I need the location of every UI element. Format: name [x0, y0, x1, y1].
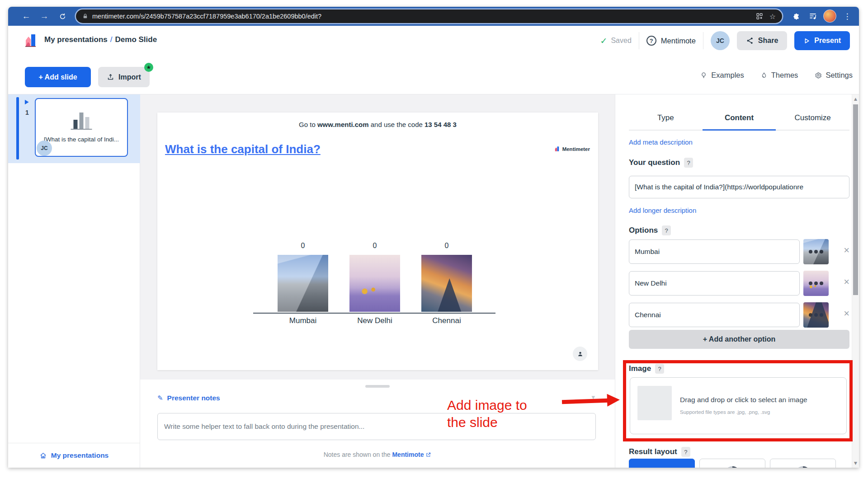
presenter-notes-input[interactable] [157, 413, 596, 440]
extensions-puzzle-icon[interactable] [790, 10, 802, 23]
presenter-notes-panel: ✎ Presenter notes ▾ Notes are shown on t… [140, 380, 615, 468]
slide-list-item-selected[interactable]: 1 [What is the capital of Indi... JC [8, 94, 140, 163]
saved-status: ✓ Saved [600, 36, 632, 46]
settings-label: Settings [826, 71, 853, 80]
help-circle-icon: ? [646, 36, 656, 46]
option-image-chennai[interactable] [803, 302, 829, 328]
themes-button[interactable]: Themes [760, 71, 798, 80]
image-help-icon[interactable]: ? [655, 364, 664, 374]
upload-icon [107, 73, 114, 81]
examples-button[interactable]: Examples [700, 71, 744, 80]
breadcrumb-root-link[interactable]: My presentations [44, 35, 108, 44]
image-label: Image ? [629, 364, 664, 374]
browser-window: ← → mentimeter.com/s/2459b757587a23ccf71… [8, 7, 859, 468]
mumbai-photo [278, 255, 328, 312]
option-input-new-delhi[interactable] [629, 271, 800, 296]
option-input-chennai[interactable] [629, 303, 800, 327]
slide-toolbar: + Add slide Import ★ Examples [8, 55, 859, 94]
tab-customize[interactable]: Customize [776, 106, 849, 131]
import-button[interactable]: Import ★ [98, 67, 150, 87]
collaborator-avatar: JC [37, 141, 52, 156]
slide-canvas: Go to www.menti.com and use the code 13 … [157, 113, 598, 370]
option-image-new-delhi[interactable] [803, 271, 829, 296]
lightbulb-icon [700, 71, 708, 80]
mentimeter-mini-logo-icon [555, 146, 560, 152]
participants-icon[interactable] [573, 347, 587, 361]
presenter-notes-label: Presenter notes [167, 394, 220, 402]
scrollbar-thumb[interactable] [853, 104, 858, 295]
back-icon[interactable]: ← [20, 10, 33, 23]
media-controls-icon[interactable] [807, 10, 819, 23]
bookmark-star-icon[interactable]: ☆ [769, 12, 776, 21]
bar-value: 0 [421, 242, 472, 253]
presenter-notes-header[interactable]: ✎ Presenter notes [157, 394, 220, 402]
examples-label: Examples [711, 71, 744, 80]
present-button[interactable]: Present [794, 31, 850, 50]
remove-option-icon[interactable]: × [844, 245, 849, 255]
browser-chrome: ← → mentimeter.com/s/2459b757587a23ccf71… [8, 7, 859, 26]
remove-option-icon[interactable]: × [844, 309, 849, 319]
annotation-text: Add image to the slide [447, 397, 527, 431]
present-label: Present [814, 37, 841, 45]
result-layout-help-icon[interactable]: ? [681, 447, 690, 457]
chart-axis-line [253, 313, 495, 314]
annotation-arrow [562, 393, 622, 409]
add-longer-description-link[interactable]: Add longer description [629, 206, 696, 214]
external-link-icon[interactable] [425, 452, 431, 458]
option-input-mumbai[interactable] [629, 239, 800, 264]
settings-button[interactable]: Settings [814, 71, 853, 80]
add-slide-button[interactable]: + Add slide [25, 67, 91, 87]
home-icon [39, 452, 47, 460]
slide-question-title[interactable]: What is the capital of India? [165, 142, 321, 156]
gear-icon [814, 71, 822, 79]
breadcrumb: My presentations/Demo Slide [44, 35, 157, 44]
address-bar[interactable]: mentimeter.com/s/2459b757587a23ccf718795… [76, 9, 782, 23]
option-image-mumbai[interactable] [803, 239, 829, 264]
notes-drag-handle[interactable] [365, 385, 390, 388]
question-help-icon[interactable]: ? [684, 158, 693, 168]
share-label: Share [758, 37, 778, 45]
scroll-down-icon[interactable]: ▼ [852, 461, 859, 465]
join-instructions: Go to www.menti.com and use the code 13 … [157, 121, 598, 128]
bar-category: New Delhi [349, 316, 400, 325]
layout-donut-button[interactable] [699, 459, 765, 468]
droplet-icon [760, 71, 768, 80]
browser-menu-icon[interactable]: ⋮ [841, 10, 854, 23]
chennai-photo [421, 255, 472, 312]
premium-star-badge: ★ [144, 63, 153, 72]
add-meta-description-link[interactable]: Add meta description [629, 138, 693, 146]
tab-type[interactable]: Type [629, 106, 703, 131]
scroll-up-icon[interactable]: ▲ [852, 97, 859, 101]
my-presentations-link[interactable]: My presentations [8, 443, 140, 468]
import-label: Import [118, 73, 141, 81]
tab-content[interactable]: Content [703, 106, 776, 131]
user-avatar[interactable]: JC [711, 31, 730, 50]
question-input[interactable] [629, 176, 849, 198]
join-url: www.menti.com [317, 121, 369, 128]
bar-value: 0 [278, 242, 328, 253]
bar-chart-icon [71, 113, 92, 130]
add-another-option-button[interactable]: + Add another option [629, 330, 849, 349]
divider [639, 32, 639, 49]
pie-chart-icon [794, 466, 811, 468]
reload-icon[interactable] [56, 10, 69, 23]
panel-tabs: Type Content Customize [629, 106, 849, 131]
forward-icon[interactable]: → [38, 10, 51, 23]
mentimote-button[interactable]: ? Mentimote [646, 36, 696, 46]
your-question-label: Your question ? [629, 158, 693, 168]
image-dropzone[interactable]: Drag and drop or click to select an imag… [630, 377, 847, 434]
share-button[interactable]: Share [737, 31, 787, 50]
layout-pie-button[interactable] [770, 459, 836, 468]
result-layout-options [629, 459, 836, 468]
panel-scrollbar[interactable]: ▲ ▼ [852, 94, 859, 468]
options-help-icon[interactable]: ? [662, 225, 671, 235]
screen: ← → mentimeter.com/s/2459b757587a23ccf71… [0, 0, 868, 488]
qr-code-icon[interactable] [756, 13, 763, 20]
options-label: Options ? [629, 225, 671, 235]
browser-profile-avatar[interactable] [823, 9, 836, 23]
slide-number: 1 [25, 109, 29, 116]
layout-bars-button[interactable] [629, 459, 695, 468]
remove-option-icon[interactable]: × [844, 277, 849, 287]
mentimote-footer-link[interactable]: Mentimote [392, 451, 424, 458]
editor-area: 1 [What is the capital of Indi... JC My … [8, 94, 859, 468]
